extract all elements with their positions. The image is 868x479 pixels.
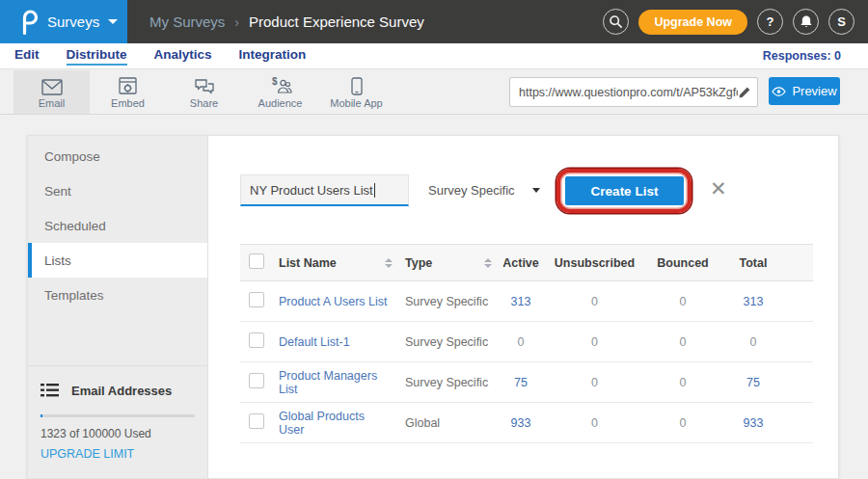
- col-list-name: List Name: [279, 256, 337, 270]
- eye-icon: [772, 87, 786, 96]
- search-button[interactable]: [603, 9, 629, 35]
- tab-distribute[interactable]: Distribute: [67, 47, 127, 66]
- account-avatar[interactable]: S: [828, 9, 854, 35]
- channel-embed[interactable]: Embed: [90, 70, 166, 114]
- sort-type-icon[interactable]: [484, 258, 492, 268]
- channel-email[interactable]: Email: [14, 70, 90, 114]
- svg-text:$: $: [272, 76, 278, 87]
- lists-panel: Compose Sent Scheduled Lists Templates E…: [27, 135, 839, 479]
- app-menu-label: Surveys: [47, 13, 99, 30]
- active-count[interactable]: 933: [498, 416, 544, 430]
- email-addresses-section: Email Addresses 1323 of 100000 Used UPGR…: [28, 365, 207, 461]
- active-count[interactable]: 0: [498, 335, 544, 349]
- unsubscribed-count[interactable]: 0: [544, 295, 645, 308]
- table-row: Global Products User Global 933 0 0 933: [240, 403, 813, 443]
- table-row: Default List-1 Survey Specific 0 0 0 0: [240, 322, 813, 362]
- total-count[interactable]: 75: [720, 376, 786, 389]
- list-type-cell: Global: [398, 416, 498, 430]
- responses-count[interactable]: Responses: 0: [763, 49, 841, 63]
- sidebar-item-templates[interactable]: Templates: [28, 278, 207, 312]
- list-type-cell: Survey Specific: [398, 376, 498, 389]
- questionpro-logo-icon: [19, 10, 39, 35]
- list-name-link[interactable]: Product A Users List: [279, 295, 388, 308]
- row-checkbox[interactable]: [249, 373, 264, 388]
- bounced-count[interactable]: 0: [645, 335, 720, 349]
- survey-url-field[interactable]: https://www.questionpro.com/t/AP53kZgfo: [509, 77, 758, 107]
- top-header-bar: Surveys My Surveys › Product Experience …: [0, 0, 868, 43]
- col-total: Total: [720, 256, 786, 270]
- list-name-input[interactable]: NY Product Users List: [240, 174, 409, 206]
- list-name-link[interactable]: Product Managers List: [279, 369, 393, 396]
- mobile-app-icon: [351, 76, 363, 95]
- breadcrumb: My Surveys › Product Experience Survey: [149, 0, 424, 43]
- help-button[interactable]: ?: [757, 9, 783, 35]
- channel-audience[interactable]: $ Audience: [242, 70, 318, 114]
- close-composer-icon[interactable]: ✕: [710, 178, 727, 199]
- create-list-button[interactable]: Create List: [565, 176, 684, 205]
- table-header-row: List Name Type Active Unsubscribed Bounc…: [240, 244, 813, 281]
- row-checkbox[interactable]: [249, 292, 264, 307]
- tab-edit[interactable]: Edit: [14, 47, 40, 66]
- app-switcher[interactable]: Surveys: [0, 0, 127, 43]
- list-name-link[interactable]: Global Products User: [279, 410, 393, 437]
- breadcrumb-my-surveys[interactable]: My Surveys: [149, 13, 225, 30]
- sort-list-name-icon[interactable]: [385, 258, 393, 268]
- table-body: Product A Users List Survey Specific 313…: [240, 281, 813, 443]
- col-type: Type: [405, 256, 432, 270]
- lists-table: List Name Type Active Unsubscribed Bounc…: [240, 244, 813, 443]
- edit-url-pencil-icon[interactable]: [738, 86, 751, 99]
- sidebar-item-compose[interactable]: Compose: [28, 139, 207, 173]
- avatar-letter: S: [837, 14, 846, 29]
- table-row: Product Managers List Survey Specific 75…: [240, 362, 813, 403]
- sidebar-item-sent[interactable]: Sent: [28, 173, 207, 208]
- list-name-link[interactable]: Default List-1: [279, 335, 350, 349]
- total-count[interactable]: 313: [720, 295, 786, 308]
- text-cursor: [374, 183, 375, 198]
- chevron-down-icon: [532, 188, 540, 193]
- preview-button[interactable]: Preview: [769, 77, 840, 105]
- upgrade-limit-link[interactable]: UPGRADE LIMIT: [41, 447, 195, 461]
- total-count[interactable]: 0: [720, 335, 786, 349]
- bounced-count[interactable]: 0: [645, 295, 720, 308]
- unsubscribed-count[interactable]: 0: [544, 335, 645, 349]
- distribute-toolbar: Email Embed Share: [0, 70, 868, 115]
- row-checkbox[interactable]: [249, 333, 264, 348]
- survey-nav: Edit Distribute Analytics Integration Re…: [0, 43, 868, 69]
- page-title: Product Experience Survey: [249, 13, 424, 30]
- email-icon: [41, 76, 63, 95]
- email-usage-progress-fill: [41, 414, 42, 417]
- col-unsubscribed: Unsubscribed: [544, 256, 645, 270]
- unsubscribed-count[interactable]: 0: [544, 376, 645, 389]
- table-row: Product A Users List Survey Specific 313…: [240, 281, 813, 322]
- active-count[interactable]: 313: [498, 295, 544, 308]
- bounced-count[interactable]: 0: [645, 376, 720, 389]
- list-type-cell: Survey Specific: [398, 335, 498, 349]
- upgrade-now-button[interactable]: Upgrade Now: [638, 10, 747, 35]
- survey-url-value: https://www.questionpro.com/t/AP53kZgfo: [519, 86, 738, 99]
- audience-icon: $: [269, 76, 292, 95]
- email-addresses-title: Email Addresses: [71, 384, 172, 398]
- select-all-checkbox[interactable]: [249, 253, 264, 269]
- channel-share[interactable]: Share: [166, 70, 242, 114]
- list-type-dropdown[interactable]: Survey Specific: [420, 174, 565, 206]
- active-count[interactable]: 75: [498, 376, 544, 389]
- email-usage-progressbar: [41, 414, 195, 417]
- tab-analytics[interactable]: Analytics: [154, 47, 212, 66]
- bounced-count[interactable]: 0: [645, 416, 720, 430]
- sidebar-item-scheduled[interactable]: Scheduled: [28, 208, 207, 243]
- col-active: Active: [498, 256, 544, 270]
- total-count[interactable]: 933: [720, 416, 786, 430]
- search-icon: [609, 14, 623, 29]
- tab-integration[interactable]: Integration: [239, 47, 307, 66]
- channel-mobile-app[interactable]: Mobile App: [318, 70, 394, 114]
- email-usage-text: 1323 of 100000 Used: [41, 427, 195, 440]
- list-lines-icon: [41, 383, 59, 398]
- breadcrumb-separator: ›: [234, 14, 239, 30]
- sidebar-item-lists[interactable]: Lists: [28, 243, 207, 278]
- notifications-button[interactable]: [793, 9, 819, 35]
- email-sidebar: Compose Sent Scheduled Lists Templates E…: [28, 136, 208, 478]
- unsubscribed-count[interactable]: 0: [544, 416, 645, 430]
- list-name-value: NY Product Users List: [250, 183, 373, 198]
- question-mark-icon: ?: [767, 14, 774, 29]
- row-checkbox[interactable]: [249, 413, 264, 429]
